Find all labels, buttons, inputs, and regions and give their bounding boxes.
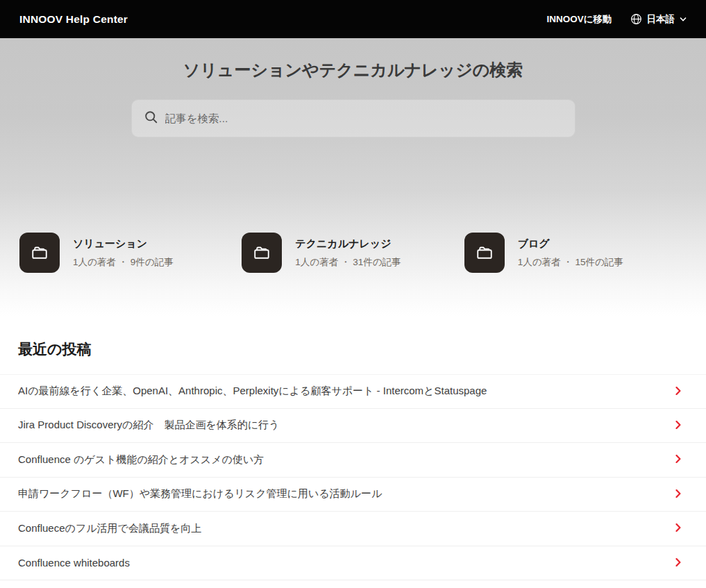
- globe-icon: [630, 13, 642, 25]
- search-icon: [144, 110, 158, 126]
- post-title: AIの最前線を行く企業、OpenAI、Anthropic、Perplexityに…: [18, 385, 501, 398]
- category-card-blog[interactable]: ブログ 1人の著者 ・ 15件の記事: [464, 233, 687, 273]
- folder-icon: [19, 233, 60, 273]
- page-title: ソリューションやテクニカルナレッジの検索: [0, 38, 706, 81]
- folder-icon: [464, 233, 505, 273]
- chevron-right-icon: [675, 385, 681, 398]
- post-title: Confluence のゲスト機能の紹介とオススメの使い方: [18, 453, 278, 467]
- card-text: ソリューション 1人の著者 ・ 9件の記事: [73, 237, 174, 269]
- search-input[interactable]: [165, 112, 562, 125]
- site-title[interactable]: INNOOV Help Center: [19, 13, 128, 26]
- chevron-down-icon: [680, 17, 687, 22]
- card-title: テクニカルナレッジ: [295, 237, 401, 251]
- post-row[interactable]: Confluence whiteboards: [0, 546, 706, 581]
- chevron-right-icon: [675, 488, 681, 501]
- recent-posts-section: 最近の投稿 AIの最前線を行く企業、OpenAI、Anthropic、Perpl…: [0, 316, 706, 580]
- post-title: 申請ワークフロー（WF）や業務管理におけるリスク管理に用いる活動ルール: [18, 487, 396, 501]
- post-title: Confluence whiteboards: [18, 557, 144, 569]
- post-row[interactable]: AIの最前線を行く企業、OpenAI、Anthropic、Perplexityに…: [0, 374, 706, 409]
- chevron-right-icon: [675, 522, 681, 535]
- chevron-right-icon: [675, 557, 681, 569]
- category-card-solutions[interactable]: ソリューション 1人の著者 ・ 9件の記事: [19, 233, 242, 273]
- card-title: ブログ: [518, 237, 623, 251]
- card-text: テクニカルナレッジ 1人の著者 ・ 31件の記事: [295, 237, 401, 269]
- chevron-right-icon: [675, 419, 681, 432]
- innoov-link[interactable]: INNOOVに移動: [546, 13, 612, 26]
- card-meta: 1人の著者 ・ 15件の記事: [518, 256, 623, 269]
- post-row[interactable]: 申請ワークフロー（WF）や業務管理におけるリスク管理に用いる活動ルール: [0, 478, 706, 512]
- language-label: 日本語: [647, 13, 675, 26]
- category-cards: ソリューション 1人の著者 ・ 9件の記事 テクニカルナレッジ 1人の著者 ・ …: [0, 233, 706, 273]
- category-card-technical-knowledge[interactable]: テクニカルナレッジ 1人の著者 ・ 31件の記事: [242, 233, 464, 273]
- post-row[interactable]: Conflueceのフル活用で会議品質を向上: [0, 512, 706, 546]
- post-row[interactable]: Confluence のゲスト機能の紹介とオススメの使い方: [0, 443, 706, 478]
- folder-icon: [242, 233, 282, 273]
- post-row[interactable]: Jira Product Discoveryの紹介 製品企画を体系的に行う: [0, 409, 706, 444]
- post-list: AIの最前線を行く企業、OpenAI、Anthropic、Perplexityに…: [0, 374, 706, 580]
- card-title: ソリューション: [73, 237, 174, 251]
- card-meta: 1人の著者 ・ 9件の記事: [73, 256, 174, 269]
- search-box: [131, 99, 575, 137]
- header: INNOOV Help Center INNOOVに移動 日本語: [0, 0, 706, 38]
- language-selector[interactable]: 日本語: [630, 13, 687, 26]
- recent-posts-heading: 最近の投稿: [0, 339, 706, 359]
- hero-section: ソリューションやテクニカルナレッジの検索 ソリューション 1人の著者 ・ 9件の…: [0, 38, 706, 316]
- header-right: INNOOVに移動 日本語: [546, 13, 687, 26]
- card-text: ブログ 1人の著者 ・ 15件の記事: [518, 237, 623, 269]
- post-title: Jira Product Discoveryの紹介 製品企画を体系的に行う: [18, 419, 293, 432]
- card-meta: 1人の著者 ・ 31件の記事: [295, 256, 401, 269]
- post-title: Conflueceのフル活用で会議品質を向上: [18, 522, 215, 535]
- chevron-right-icon: [675, 453, 681, 466]
